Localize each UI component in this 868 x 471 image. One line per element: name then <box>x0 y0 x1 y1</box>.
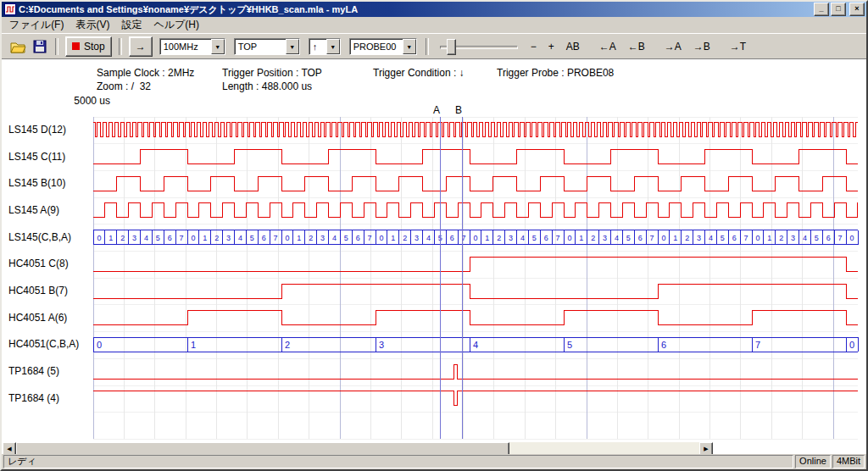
dropdown-arrow-icon[interactable]: ▼ <box>211 39 225 54</box>
svg-text:5: 5 <box>626 234 631 242</box>
trigger-condition-info: Trigger Condition : ↓ <box>373 67 465 79</box>
svg-text:3: 3 <box>226 234 231 242</box>
jump-next-b-button[interactable]: →B <box>690 38 714 55</box>
svg-text:3: 3 <box>509 234 513 242</box>
svg-text:1: 1 <box>191 340 196 350</box>
svg-text:0: 0 <box>661 234 665 242</box>
jump-prev-b-button[interactable]: ←B <box>625 38 648 55</box>
svg-text:6: 6 <box>661 340 666 350</box>
sample-clock-select[interactable]: 100MHz ▼ <box>159 38 225 55</box>
trigger-edge-select[interactable]: ↑ ▼ <box>309 38 341 55</box>
svg-text:4: 4 <box>803 234 807 242</box>
channel-waveform <box>93 176 858 191</box>
stop-button[interactable]: Stop <box>65 36 112 57</box>
svg-text:3: 3 <box>415 234 419 242</box>
channel-waveform <box>93 284 858 298</box>
zoom-in-button[interactable]: + <box>545 38 558 55</box>
svg-text:7: 7 <box>650 234 654 242</box>
svg-text:7: 7 <box>180 234 184 242</box>
dropdown-arrow-icon[interactable]: ▼ <box>403 39 416 54</box>
scroll-right-button[interactable]: ▶ <box>699 442 713 454</box>
waveform-canvas[interactable]: 0123456701234567012345670123456701234567… <box>2 103 866 441</box>
svg-text:0: 0 <box>379 234 383 242</box>
sample-clock-value: 100MHz <box>160 42 211 52</box>
zoom-slider[interactable] <box>440 38 518 55</box>
svg-text:5: 5 <box>815 234 819 242</box>
run-button[interactable]: → <box>129 36 153 57</box>
svg-text:2: 2 <box>591 234 595 242</box>
open-file-icon[interactable] <box>9 38 26 55</box>
svg-text:5: 5 <box>721 234 725 242</box>
channel-waveform <box>93 203 858 218</box>
svg-text:6: 6 <box>732 234 737 242</box>
svg-text:6: 6 <box>168 234 172 242</box>
toolbar: Stop → 100MHz ▼ TOP ▼ ↑ ▼ PROBE00 ▼ − + … <box>2 33 866 58</box>
svg-text:1: 1 <box>579 234 583 242</box>
maximize-button[interactable]: □ <box>831 3 846 16</box>
length-info: Length : 488.000 us <box>222 80 312 92</box>
marker-ab-button[interactable]: AB <box>563 38 583 55</box>
zoom-info: Zoom : / 32 <box>97 80 151 92</box>
svg-text:0: 0 <box>849 340 854 350</box>
app-icon <box>4 3 16 15</box>
svg-text:3: 3 <box>603 234 607 242</box>
menu-file[interactable]: ファイル(F) <box>3 16 70 34</box>
menu-help[interactable]: ヘルプ(H) <box>147 16 205 34</box>
svg-text:1: 1 <box>391 234 395 242</box>
grid <box>93 117 858 439</box>
svg-text:1: 1 <box>485 234 489 242</box>
close-button[interactable]: × <box>849 3 865 16</box>
trigger-probe-info: Trigger Probe : PROBE08 <box>497 67 614 79</box>
scroll-left-button[interactable]: ◀ <box>3 442 16 454</box>
capture-view: Sample Clock : 2MHz Trigger Position : T… <box>2 58 866 454</box>
app-window: C:¥Documents and Settings¥noname¥デスクトップ¥… <box>0 0 868 471</box>
svg-text:0: 0 <box>97 340 102 350</box>
svg-text:2: 2 <box>120 234 125 242</box>
svg-text:6: 6 <box>826 234 831 242</box>
scrollbar-track[interactable] <box>16 442 699 454</box>
svg-text:7: 7 <box>556 234 560 242</box>
zoom-out-button[interactable]: − <box>527 38 540 55</box>
svg-text:5: 5 <box>344 234 348 242</box>
trigger-position-value: TOP <box>235 42 286 52</box>
minimize-button[interactable]: _ <box>814 3 829 16</box>
status-bar: レディ Online 4MBit <box>2 454 866 469</box>
menu-settings[interactable]: 設定 <box>115 16 147 34</box>
svg-text:1: 1 <box>673 234 677 242</box>
scrollbar-thumb[interactable] <box>16 442 509 454</box>
save-file-icon[interactable] <box>31 38 48 55</box>
svg-text:2: 2 <box>285 340 290 350</box>
toolbar-separator <box>426 38 429 55</box>
svg-text:3: 3 <box>320 234 325 242</box>
svg-text:4: 4 <box>238 234 242 242</box>
svg-text:4: 4 <box>473 340 478 350</box>
waveform-area[interactable]: 0123456701234567012345670123456701234567… <box>2 103 866 441</box>
marker-label: A <box>433 104 440 116</box>
trigger-probe-select[interactable]: PROBE00 ▼ <box>349 38 417 55</box>
jump-prev-a-button[interactable]: ←A <box>596 38 620 55</box>
jump-next-a-button[interactable]: →A <box>661 38 685 55</box>
jump-trigger-button[interactable]: →T <box>726 38 749 55</box>
horizontal-scrollbar[interactable]: ◀ ▶ <box>3 442 713 454</box>
dropdown-arrow-icon[interactable]: ▼ <box>326 39 340 54</box>
channel-waveform <box>93 150 858 164</box>
svg-text:7: 7 <box>744 234 748 242</box>
window-controls: _ □ × <box>814 3 865 16</box>
svg-text:0: 0 <box>285 234 289 242</box>
dropdown-arrow-icon[interactable]: ▼ <box>286 39 299 54</box>
svg-text:3: 3 <box>791 234 795 242</box>
menu-view[interactable]: 表示(V) <box>70 16 115 34</box>
svg-text:2: 2 <box>779 234 783 242</box>
trigger-position-select[interactable]: TOP ▼ <box>234 38 300 55</box>
svg-text:1: 1 <box>203 234 207 242</box>
svg-text:2: 2 <box>403 234 407 242</box>
trigger-edge-value: ↑ <box>309 42 326 52</box>
channel-waveform <box>93 391 858 406</box>
svg-text:7: 7 <box>274 234 278 242</box>
title-bar[interactable]: C:¥Documents and Settings¥noname¥デスクトップ¥… <box>2 2 866 17</box>
svg-text:5: 5 <box>532 234 537 242</box>
slider-thumb[interactable] <box>447 39 456 55</box>
svg-text:6: 6 <box>638 234 643 242</box>
svg-text:6: 6 <box>262 234 266 242</box>
svg-text:0: 0 <box>755 234 760 242</box>
